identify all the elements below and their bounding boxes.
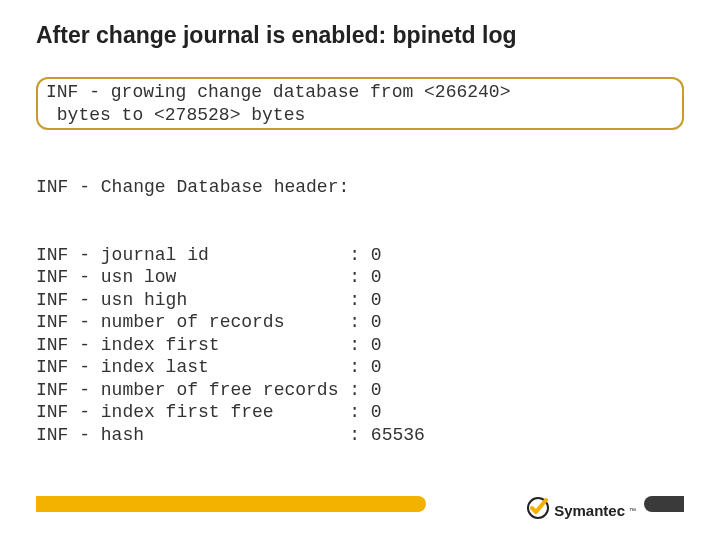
log-highlight-line-2: bytes to <278528> bytes <box>46 104 672 127</box>
log-row: INF - index last : 0 <box>36 356 684 379</box>
log-row: INF - number of free records : 0 <box>36 379 684 402</box>
log-row: INF - hash : 65536 <box>36 424 684 447</box>
slide-footer: Symantec ™ <box>0 484 720 518</box>
slide-content: INF - growing change database from <2662… <box>0 49 720 446</box>
brand-tm: ™ <box>629 507 636 514</box>
log-block: INF - Change Database header: INF - jour… <box>36 131 684 446</box>
log-row: INF - index first : 0 <box>36 334 684 357</box>
log-row: INF - journal id : 0 <box>36 244 684 267</box>
footer-bar-dark <box>644 496 684 512</box>
log-highlight-box: INF - growing change database from <2662… <box>36 77 684 130</box>
log-row: INF - usn high : 0 <box>36 289 684 312</box>
slide: After change journal is enabled: bpinetd… <box>0 0 720 540</box>
log-row: INF - number of records : 0 <box>36 311 684 334</box>
log-highlight-line-1: INF - growing change database from <2662… <box>46 81 672 104</box>
check-icon <box>526 496 550 524</box>
brand: Symantec ™ <box>526 496 636 524</box>
slide-title: After change journal is enabled: bpinetd… <box>0 0 720 49</box>
log-row: INF - index first free : 0 <box>36 401 684 424</box>
brand-name: Symantec <box>554 502 625 519</box>
log-row: INF - usn low : 0 <box>36 266 684 289</box>
log-header-line: INF - Change Database header: <box>36 176 684 199</box>
footer-bar-orange <box>36 496 426 512</box>
